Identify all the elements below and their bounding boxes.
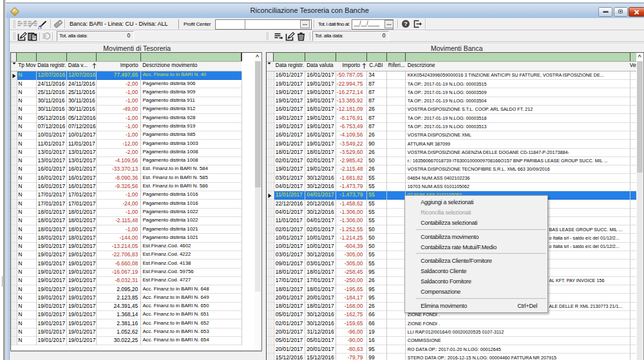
svg-text:?: ? bbox=[404, 20, 408, 27]
